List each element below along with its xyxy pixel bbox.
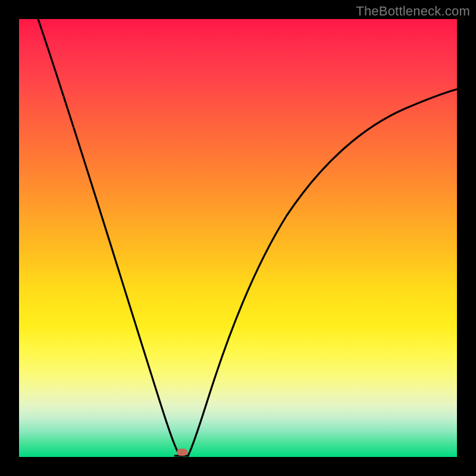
plot-area [19, 19, 457, 457]
chart-frame: TheBottleneck.com [0, 0, 476, 476]
bottleneck-curve [19, 19, 457, 457]
optimal-marker [177, 449, 187, 456]
watermark-text: TheBottleneck.com [356, 4, 470, 19]
